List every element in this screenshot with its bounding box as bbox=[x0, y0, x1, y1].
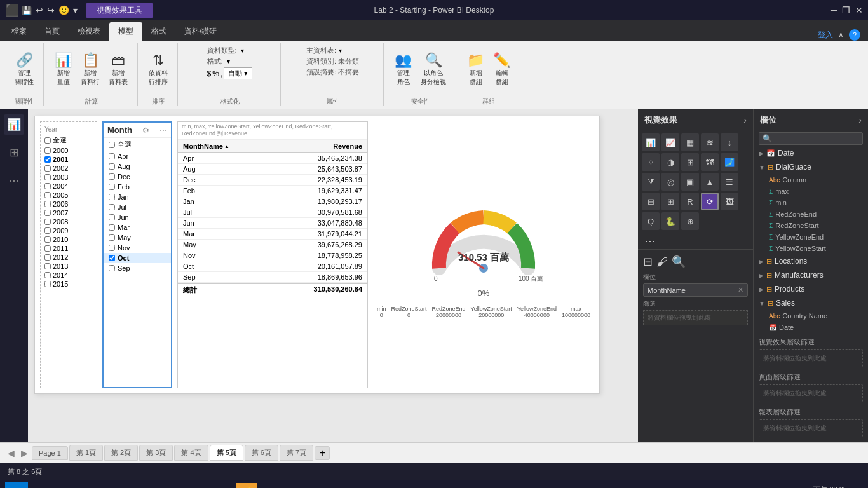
month-all-checkbox[interactable] bbox=[109, 142, 115, 148]
field-item-max[interactable]: Σmax bbox=[754, 186, 868, 197]
viz-python-icon[interactable]: 🐍 bbox=[661, 212, 679, 230]
spotify-icon[interactable]: ♫ bbox=[76, 483, 97, 488]
year-all-option[interactable]: 全選 bbox=[44, 135, 93, 145]
build-analyze-icon[interactable]: 🔍 bbox=[672, 255, 686, 269]
month-aug-cb[interactable] bbox=[109, 163, 115, 170]
field-group-dialguace-header[interactable]: ▼ ⊟ DialGuace bbox=[754, 160, 868, 174]
new-measure-btn[interactable]: 📊 新增 量值 bbox=[51, 50, 75, 88]
month-feb-cb[interactable] bbox=[109, 184, 115, 190]
month-jun[interactable]: Jun bbox=[104, 212, 171, 222]
month-mar-cb[interactable] bbox=[109, 224, 115, 231]
year-2003-checkbox[interactable] bbox=[44, 174, 51, 180]
table-row[interactable]: Apr35,465,234.38 bbox=[178, 153, 367, 164]
year-item-2002[interactable]: 2002 bbox=[44, 165, 93, 172]
field-item-yellowzone-end[interactable]: ΣYellowZoneEnd bbox=[754, 231, 868, 243]
viz-treemap-icon[interactable]: ⊞ bbox=[681, 153, 699, 171]
data-type-dropdown-icon[interactable]: ▾ bbox=[241, 47, 244, 54]
fields-search-input[interactable] bbox=[759, 132, 863, 145]
viz-waterfall-icon[interactable]: ↕ bbox=[721, 133, 738, 151]
viz-area-icon[interactable]: ▦ bbox=[681, 133, 699, 151]
field-group-locations-header[interactable]: ▶ ⊟ Locations bbox=[754, 254, 868, 268]
year-item-2004[interactable]: 2004 bbox=[44, 182, 93, 190]
edit-group-btn[interactable]: ✏️ 編輯 群組 bbox=[490, 50, 513, 88]
login-btn[interactable]: 登入 bbox=[818, 30, 833, 41]
close-btn[interactable]: ✕ bbox=[855, 5, 863, 15]
page-tab-6[interactable]: 第 6頁 bbox=[245, 445, 278, 461]
month-oct-cb[interactable] bbox=[109, 255, 115, 261]
task-view-btn[interactable]: ⧉ bbox=[53, 483, 74, 488]
windows-store-icon[interactable]: ⊞ bbox=[99, 483, 119, 488]
page-tab-7[interactable]: 第 7頁 bbox=[280, 445, 313, 461]
month-jul[interactable]: Jul bbox=[104, 202, 171, 212]
month-feb[interactable]: Feb bbox=[104, 182, 171, 192]
table-row[interactable]: Jun33,047,880.48 bbox=[178, 218, 367, 229]
explorer-icon[interactable]: 📁 bbox=[122, 483, 142, 488]
field-group-date-header[interactable]: ▶ 📅 Date bbox=[754, 146, 868, 160]
year-2002-checkbox[interactable] bbox=[44, 165, 51, 172]
monthname-field[interactable]: MonthName ✕ bbox=[643, 283, 748, 297]
table-row[interactable]: Mar31,979,044.21 bbox=[178, 229, 367, 240]
table-row[interactable]: Jan13,980,293.17 bbox=[178, 196, 367, 207]
nav-report-icon[interactable]: 📊 bbox=[4, 114, 24, 135]
nav-model-icon[interactable]: ⋯ bbox=[4, 170, 24, 191]
build-format-icon[interactable]: 🖌 bbox=[656, 255, 668, 269]
year-item-2012[interactable]: 2012 bbox=[44, 254, 93, 261]
year-2014-checkbox[interactable] bbox=[44, 272, 51, 278]
viz-qa-icon[interactable]: Q bbox=[642, 212, 660, 230]
year-2000-checkbox[interactable] bbox=[44, 147, 51, 154]
nav-data-icon[interactable]: ⊞ bbox=[4, 142, 24, 163]
table-row[interactable]: Aug25,643,503.87 bbox=[178, 164, 367, 175]
page-tab-4[interactable]: 第 4頁 bbox=[174, 445, 208, 461]
tab-view[interactable]: 檢視表 bbox=[69, 22, 109, 41]
year-2001-checkbox[interactable] bbox=[44, 156, 51, 163]
month-nov-cb[interactable] bbox=[109, 245, 115, 251]
page-tab-1[interactable]: 第 1頁 bbox=[69, 445, 103, 461]
year-2006-checkbox[interactable] bbox=[44, 201, 51, 207]
year-item-2006[interactable]: 2006 bbox=[44, 200, 93, 208]
format-dropdown-icon[interactable]: ▾ bbox=[227, 58, 230, 65]
month-mar[interactable]: Mar bbox=[104, 222, 171, 233]
page-tab-page1[interactable]: Page 1 bbox=[32, 446, 68, 460]
viz-map-icon[interactable]: 🗺 bbox=[701, 153, 719, 171]
col-header-revenue[interactable]: Revenue bbox=[216, 140, 367, 152]
year-2007-checkbox[interactable] bbox=[44, 210, 51, 216]
new-group-btn[interactable]: 📁 新增 群組 bbox=[464, 50, 487, 88]
new-column-btn[interactable]: 📋 新增 資料行 bbox=[78, 50, 103, 88]
year-all-checkbox[interactable] bbox=[44, 137, 51, 144]
field-item-date[interactable]: 📅Date bbox=[754, 322, 868, 332]
viz-r-icon[interactable]: R bbox=[681, 193, 699, 210]
month-oct[interactable]: Oct bbox=[104, 253, 171, 263]
month-sep-cb[interactable] bbox=[109, 265, 115, 271]
page-tab-5[interactable]: 第 5頁 bbox=[210, 445, 243, 461]
field-item-yellowzone-start[interactable]: ΣYellowZoneStart bbox=[754, 243, 868, 254]
viz-scatter-icon[interactable]: ⁘ bbox=[642, 153, 660, 171]
restore-btn[interactable]: ❐ bbox=[842, 5, 850, 15]
month-jan-cb[interactable] bbox=[109, 194, 115, 200]
search-btn[interactable]: 🔍 bbox=[31, 483, 51, 488]
field-item-country-name[interactable]: AbcCountry Name bbox=[754, 310, 868, 322]
fields-panel-expand-icon[interactable]: › bbox=[858, 115, 862, 125]
page-tab-2[interactable]: 第 2頁 bbox=[104, 445, 138, 461]
page-tab-3[interactable]: 第 3頁 bbox=[139, 445, 173, 461]
viz-panel-expand-icon[interactable]: › bbox=[743, 115, 747, 125]
year-item-2009[interactable]: 2009 bbox=[44, 227, 93, 234]
col-header-monthname[interactable]: MonthName ▲ bbox=[178, 140, 216, 152]
year-2012-checkbox[interactable] bbox=[44, 254, 51, 261]
viz-more-btn[interactable]: ⋯ bbox=[638, 233, 753, 249]
viz-decomp-icon[interactable]: ⊕ bbox=[681, 212, 699, 230]
year-item-2013[interactable]: 2013 bbox=[44, 262, 93, 270]
powerbi-taskbar-icon[interactable]: ⚡ bbox=[236, 483, 257, 488]
year-2013-checkbox[interactable] bbox=[44, 263, 51, 269]
viz-line-icon[interactable]: 📈 bbox=[661, 133, 679, 151]
add-page-btn[interactable]: + bbox=[315, 446, 330, 460]
year-item-2015[interactable]: 2015 bbox=[44, 280, 93, 288]
page-scroll-right-icon[interactable]: ▶ bbox=[18, 448, 31, 458]
page-scroll-left-icon[interactable]: ◀ bbox=[5, 448, 17, 458]
table-row[interactable]: Feb19,629,331.47 bbox=[178, 186, 367, 196]
filter-drop-area-viz[interactable]: 將資料欄位拖曳到此處 bbox=[643, 310, 748, 325]
tab-format[interactable]: 格式 bbox=[142, 22, 175, 41]
month-sep[interactable]: Sep bbox=[104, 263, 171, 273]
ribbon-expand-icon[interactable]: ∧ bbox=[838, 30, 844, 39]
month-all-option[interactable]: 全選 bbox=[104, 138, 171, 151]
new-table-btn[interactable]: 🗃 新增 資料表 bbox=[105, 50, 131, 88]
